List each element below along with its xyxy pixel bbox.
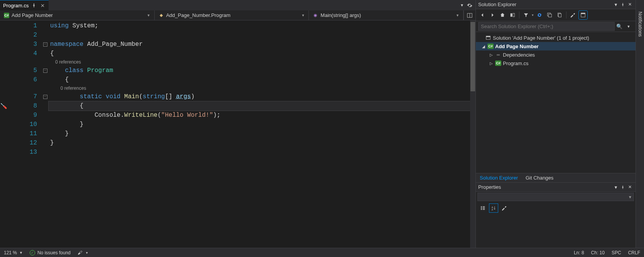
- properties-title: Properties: [478, 184, 612, 190]
- panel-dropdown-icon[interactable]: ▼: [612, 184, 619, 191]
- panel-close-icon[interactable]: ✕: [626, 184, 633, 191]
- home-button[interactable]: [498, 11, 507, 19]
- line-number: 8: [7, 101, 42, 111]
- solution-label: Solution 'Add Page Number' (1 of 1 proje…: [493, 35, 589, 41]
- preview-selected-items-button[interactable]: [579, 11, 587, 19]
- line-number: 1: [7, 21, 42, 30]
- editor-vertical-scrollbar[interactable]: [470, 20, 475, 248]
- line-number: 11: [7, 129, 42, 138]
- solution-explorer-toolbar: ▾: [476, 9, 636, 21]
- dependencies-label: Dependencies: [503, 52, 535, 58]
- csharp-file-icon: C#: [495, 60, 501, 66]
- active-files-dropdown-icon[interactable]: ▼: [460, 3, 464, 7]
- properties-toolbar: AZ: [476, 202, 636, 214]
- expand-toggle-icon[interactable]: ▷: [489, 53, 494, 57]
- error-list-status[interactable]: ✓ No issues found: [30, 250, 71, 255]
- properties-button[interactable]: [569, 11, 577, 19]
- line-number: 3: [7, 40, 42, 49]
- glyph-margin: 🪛: [0, 20, 7, 248]
- tree-solution-node[interactable]: Solution 'Add Page Number' (1 of 1 proje…: [476, 34, 636, 42]
- scrollbar-thumb[interactable]: [470, 22, 475, 91]
- scope-class-label: Add_Page_Number.Program: [166, 12, 231, 18]
- switch-views-button[interactable]: [508, 11, 517, 19]
- search-input[interactable]: [478, 22, 615, 31]
- solution-icon: [485, 35, 491, 41]
- codelens-references[interactable]: 0 references: [55, 59, 81, 65]
- pin-tab-icon[interactable]: [31, 2, 37, 8]
- search-icon[interactable]: 🔍: [615, 24, 624, 29]
- alphabetical-button[interactable]: AZ: [489, 203, 498, 213]
- search-options-dropdown-icon[interactable]: ▼: [624, 25, 633, 29]
- pending-changes-filter-button[interactable]: [522, 11, 530, 19]
- fold-toggle[interactable]: −: [43, 42, 47, 47]
- svg-rect-3: [513, 13, 514, 17]
- no-issues-icon: ✓: [30, 250, 35, 255]
- property-pages-button[interactable]: [500, 203, 509, 213]
- panel-pin-icon[interactable]: [619, 1, 626, 8]
- folding-column: − − −: [42, 20, 49, 248]
- scope-project-label: Add Page Number: [12, 12, 53, 18]
- csharp-project-icon: C#: [487, 43, 494, 49]
- svg-rect-12: [481, 207, 482, 207]
- cursor-char[interactable]: Ch: 10: [591, 250, 605, 255]
- forward-button[interactable]: [488, 11, 497, 19]
- svg-rect-5: [548, 14, 551, 17]
- back-button[interactable]: [478, 11, 487, 19]
- code-editor[interactable]: 🪛 1 2 3 4 5 6 7 8 9 10 11 12: [0, 20, 475, 248]
- line-number: 6: [7, 75, 42, 84]
- sync-button[interactable]: [535, 11, 544, 19]
- cursor-line[interactable]: Ln: 8: [574, 250, 584, 255]
- scope-dropdown-project[interactable]: C#Add Page Number ▼: [0, 10, 155, 20]
- line-ending-mode[interactable]: CRLF: [628, 250, 640, 255]
- project-label: Add Page Number: [495, 44, 539, 49]
- line-number: 12: [7, 138, 42, 148]
- quick-actions-icon[interactable]: 🪛: [0, 103, 7, 109]
- panel-close-icon[interactable]: ✕: [626, 1, 633, 8]
- document-tab-bar: Program.cs ▼: [0, 0, 475, 10]
- codelens-references[interactable]: 0 references: [61, 86, 86, 91]
- expand-toggle-icon[interactable]: ▷: [489, 61, 494, 66]
- solution-explorer-search: 🔍 ▼: [476, 21, 636, 32]
- categorized-button[interactable]: [478, 203, 487, 213]
- zoom-level[interactable]: 121 %▼: [4, 250, 23, 255]
- code-text-area[interactable]: using System; namespace Add_Page_Number …: [49, 20, 470, 248]
- scope-dropdown-method[interactable]: ◉Main(string[] args) ▼: [309, 10, 464, 20]
- editor-pane: Program.cs ▼ C#Add: [0, 0, 475, 248]
- properties-object-dropdown[interactable]: ▼: [477, 193, 634, 201]
- svg-rect-16: [483, 208, 485, 208]
- tree-project-node[interactable]: ◢ C# Add Page Number: [476, 42, 636, 50]
- svg-rect-9: [581, 13, 585, 14]
- notifications-sidebar[interactable]: Notifications: [636, 0, 644, 248]
- notifications-label: Notifications: [637, 12, 643, 37]
- properties-panel: Properties ▼ ✕ ▼ AZ: [476, 182, 636, 248]
- fold-toggle[interactable]: −: [43, 69, 47, 73]
- expand-toggle-icon[interactable]: ◢: [481, 44, 486, 49]
- tab-solution-explorer[interactable]: Solution Explorer: [476, 173, 522, 182]
- tree-file-node[interactable]: ▷ C# Program.cs: [476, 59, 636, 67]
- document-tab-program-cs[interactable]: Program.cs: [0, 0, 49, 10]
- split-editor-button[interactable]: [464, 10, 475, 20]
- fold-toggle[interactable]: −: [43, 95, 47, 99]
- svg-rect-17: [483, 209, 485, 210]
- tab-filename: Program.cs: [3, 3, 29, 8]
- scope-dropdown-class[interactable]: ◆Add_Page_Number.Program ▼: [155, 10, 309, 20]
- solution-explorer-tree: Solution 'Add Page Number' (1 of 1 proje…: [476, 32, 636, 173]
- right-tool-panels: Solution Explorer ▼ ✕ ▾: [475, 0, 636, 248]
- tree-dependencies-node[interactable]: ▷ ▫▫ Dependencies: [476, 50, 636, 59]
- panel-pin-icon[interactable]: [619, 184, 626, 191]
- line-number: 5: [7, 66, 42, 75]
- close-tab-icon[interactable]: [39, 2, 46, 8]
- scope-method-label: Main(string[] args): [320, 12, 361, 18]
- svg-rect-2: [511, 13, 512, 17]
- line-number: 13: [7, 148, 42, 157]
- tab-git-changes[interactable]: Git Changes: [522, 173, 557, 182]
- panel-dropdown-icon[interactable]: ▼: [612, 1, 619, 8]
- brush-tool[interactable]: 🖌▾: [78, 250, 88, 255]
- collapse-all-button[interactable]: [545, 11, 554, 19]
- editor-settings-gear-icon[interactable]: [467, 3, 472, 8]
- indent-mode[interactable]: SPC: [612, 250, 621, 255]
- solution-explorer-tab-strip: Solution Explorer Git Changes: [476, 173, 636, 182]
- svg-rect-7: [558, 14, 561, 17]
- solution-explorer-header: Solution Explorer ▼ ✕: [476, 0, 636, 9]
- show-all-files-button[interactable]: [555, 11, 564, 19]
